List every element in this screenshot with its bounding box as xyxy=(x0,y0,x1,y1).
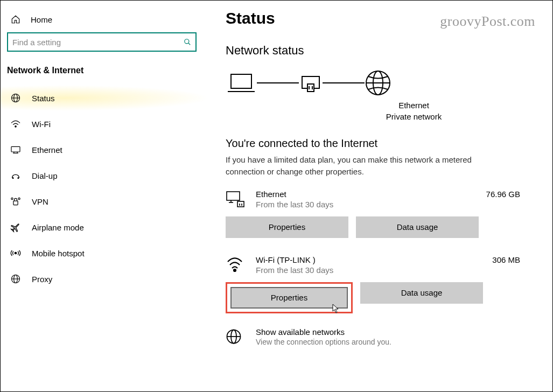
sidebar-item-proxy[interactable]: Proxy xyxy=(1,266,210,292)
network-name: Ethernet xyxy=(256,190,475,199)
diagram-device: Ethernet xyxy=(307,100,520,111)
svg-rect-22 xyxy=(307,84,314,92)
connected-desc: If you have a limited data plan, you can… xyxy=(226,154,484,178)
svg-point-15 xyxy=(15,252,16,254)
diagram-line xyxy=(257,82,299,83)
svg-rect-31 xyxy=(237,201,244,207)
sidebar-item-label: Dial-up xyxy=(32,171,58,180)
diagram-line xyxy=(323,82,365,83)
svg-rect-19 xyxy=(231,74,251,88)
globe-large-icon xyxy=(365,69,391,96)
sidebar-item-label: Wi-Fi xyxy=(32,120,51,129)
network-subtitle: From the last 30 days xyxy=(256,265,481,275)
svg-point-13 xyxy=(11,198,13,199)
network-subtitle: From the last 30 days xyxy=(256,200,475,209)
watermark-text: groovyPost.com xyxy=(440,13,535,30)
wifi-adapter-icon xyxy=(226,256,245,276)
wifi-icon xyxy=(10,118,21,129)
sidebar-item-dialup[interactable]: Dial-up xyxy=(1,163,210,188)
ethernet-adapter-icon xyxy=(226,191,245,210)
network-usage: 76.96 GB xyxy=(486,190,520,199)
svg-point-0 xyxy=(185,39,189,44)
hotspot-icon xyxy=(10,248,21,258)
sidebar-item-wifi[interactable]: Wi-Fi xyxy=(1,111,210,137)
sidebar-item-vpn[interactable]: VPN xyxy=(1,188,210,214)
globe-icon xyxy=(10,93,21,103)
dialup-icon xyxy=(10,170,21,181)
svg-point-34 xyxy=(234,269,236,271)
svg-rect-28 xyxy=(227,192,240,200)
svg-point-14 xyxy=(18,198,20,199)
home-label: Home xyxy=(31,15,52,24)
search-input-wrap[interactable] xyxy=(7,32,197,52)
wifi-data-usage-button[interactable]: Data usage xyxy=(360,282,483,304)
main-panel: Status Network status Ethernet Private n… xyxy=(211,1,552,391)
network-row-wifi: Wi-Fi (TP-LINK ) From the last 30 days 3… xyxy=(226,255,520,276)
svg-rect-12 xyxy=(13,201,18,205)
network-diagram xyxy=(226,69,520,96)
vpn-icon xyxy=(10,196,21,207)
home-link[interactable]: Home xyxy=(1,11,210,32)
ethernet-data-usage-button[interactable]: Data usage xyxy=(356,216,479,238)
svg-rect-6 xyxy=(11,146,20,152)
section-header: Network & Internet xyxy=(1,66,210,85)
highlighted-properties: Properties xyxy=(226,282,353,313)
laptop-icon xyxy=(226,71,257,95)
network-row-ethernet: Ethernet From the last 30 days 76.96 GB xyxy=(226,190,520,210)
sidebar-item-label: Proxy xyxy=(32,275,52,284)
globe-icon xyxy=(226,328,245,348)
sidebar-item-ethernet[interactable]: Ethernet xyxy=(1,137,210,163)
search-input[interactable] xyxy=(12,38,184,47)
router-icon xyxy=(299,71,323,95)
sidebar-item-hotspot[interactable]: Mobile hotspot xyxy=(1,240,210,266)
available-title: Show available networks xyxy=(256,327,391,337)
ethernet-properties-button[interactable]: Properties xyxy=(226,216,348,238)
sidebar-item-label: Status xyxy=(32,94,55,103)
wifi-properties-button[interactable]: Properties xyxy=(230,287,348,309)
sidebar-item-label: Ethernet xyxy=(32,145,62,155)
sidebar: Home Network & Internet Status Wi-Fi xyxy=(1,1,211,391)
sidebar-item-label: VPN xyxy=(32,197,48,206)
network-status-title: Network status xyxy=(226,44,520,58)
ethernet-icon xyxy=(10,144,21,155)
svg-point-11 xyxy=(18,178,19,179)
network-name: Wi-Fi (TP-LINK ) xyxy=(256,255,481,264)
diagram-label: Ethernet Private network xyxy=(307,100,520,122)
show-available-networks[interactable]: Show available networks View the connect… xyxy=(226,327,520,348)
sidebar-item-airplane[interactable]: Airplane mode xyxy=(1,214,210,240)
proxy-icon xyxy=(10,274,21,284)
connected-title: You're connected to the Internet xyxy=(226,137,520,150)
search-icon xyxy=(184,38,191,46)
sidebar-item-status[interactable]: Status xyxy=(1,85,210,111)
diagram-type: Private network xyxy=(307,111,520,122)
home-icon xyxy=(10,14,21,25)
svg-point-5 xyxy=(15,126,16,127)
sidebar-item-label: Mobile hotspot xyxy=(32,249,85,258)
svg-line-1 xyxy=(188,43,191,45)
airplane-icon xyxy=(10,222,21,233)
sidebar-item-label: Airplane mode xyxy=(32,223,84,232)
available-sub: View the connection options around you. xyxy=(256,338,391,346)
network-usage: 306 MB xyxy=(492,255,520,264)
svg-point-10 xyxy=(12,178,13,179)
